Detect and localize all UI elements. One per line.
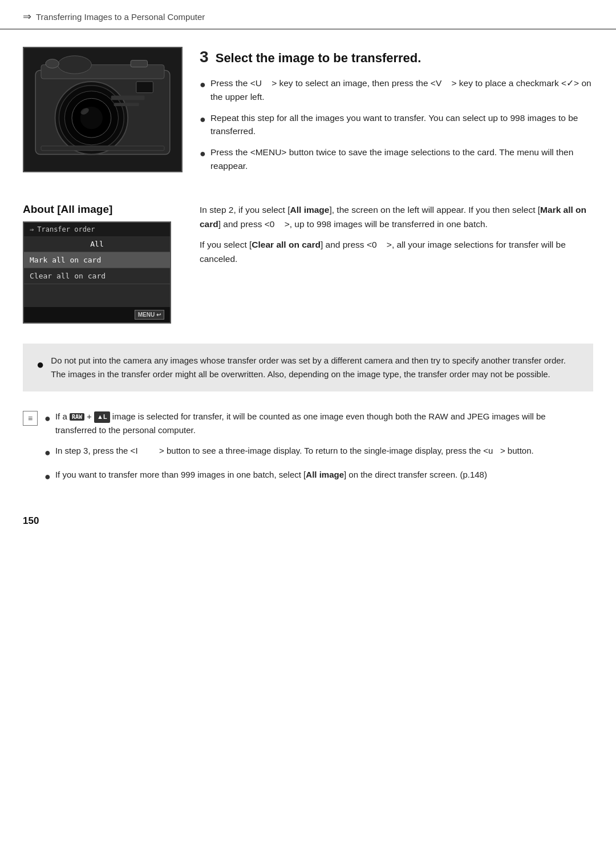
svg-rect-5	[131, 60, 147, 67]
svg-point-4	[46, 59, 59, 68]
header-text: Transferring Images to a Personal Comput…	[36, 12, 205, 22]
camera-image	[23, 47, 183, 172]
bullet-text-1: Press the <U > key to select an image, t…	[210, 76, 593, 103]
note-content: ● If a RAW + ▲L image is selected for tr…	[44, 410, 587, 492]
menu-item-mark: Mark all on card	[24, 252, 170, 268]
warning-box: ● Do not put into the camera any images …	[23, 344, 593, 391]
svg-rect-15	[111, 95, 145, 100]
menu-footer: MENU ↩	[24, 307, 170, 322]
note-bullet-3: ●	[44, 469, 51, 485]
menu-button: MENU ↩	[135, 310, 164, 320]
bullet-dot-2: ●	[200, 112, 206, 127]
menu-item-mark-label: Mark all on card	[30, 256, 101, 264]
warning-text: Do not put into the camera any images wh…	[51, 354, 579, 381]
bullet-item-1: ● Press the <U > key to select an image,…	[200, 76, 593, 103]
transfer-icon: ⇒	[23, 10, 31, 23]
menu-spacer2	[24, 296, 170, 307]
note-bullet-1: ●	[44, 410, 51, 427]
note-text-1: If a RAW + ▲L image is selected for tran…	[55, 410, 587, 437]
step-content: 3 Select the image to be transferred. ● …	[200, 47, 593, 180]
menu-item-clear-label: Clear all on card	[30, 272, 106, 280]
bullet-dot-3: ●	[200, 146, 206, 162]
about-right: In step 2, if you select [All image], th…	[200, 203, 593, 273]
about-desc-1: In step 2, if you select [All image], th…	[200, 203, 593, 232]
menu-header-icon: ⇒	[30, 225, 34, 233]
menu-header: ⇒ Transfer order	[24, 223, 170, 236]
note-bullet-2: ●	[44, 445, 51, 461]
svg-rect-17	[41, 146, 164, 151]
step-title-text: Select the image to be transferred.	[216, 51, 422, 65]
menu-item-all-label: All	[90, 240, 103, 248]
svg-rect-16	[114, 103, 139, 106]
about-left: About [All image] ⇒ Transfer order All M…	[23, 203, 183, 324]
note-item-2: ● In step 3, press the <I > button to se…	[44, 444, 587, 461]
page-number: 150	[0, 510, 616, 538]
bullet-text-3: Press the <MENU> button twice to save th…	[210, 146, 593, 172]
note-text-2: In step 3, press the <I > button to see …	[55, 444, 534, 458]
page-header: ⇒ Transferring Images to a Personal Comp…	[0, 0, 616, 30]
step-title: 3 Select the image to be transferred.	[200, 47, 593, 67]
svg-rect-14	[136, 82, 153, 93]
large-l-badge: ▲L	[94, 411, 110, 423]
about-title: About [All image]	[23, 203, 183, 216]
note-list: ● If a RAW + ▲L image is selected for tr…	[44, 410, 587, 485]
about-desc-2: If you select [Clear all on card] and pr…	[200, 238, 593, 267]
about-section: About [All image] ⇒ Transfer order All M…	[23, 203, 593, 324]
menu-screen: ⇒ Transfer order All Mark all on card Cl…	[23, 221, 171, 324]
step-number: 3	[200, 48, 209, 66]
menu-item-all: All	[24, 236, 170, 252]
svg-point-3	[58, 56, 91, 74]
raw-badge: RAW	[70, 413, 84, 421]
note-item-1: ● If a RAW + ▲L image is selected for tr…	[44, 410, 587, 437]
main-content: 3 Select the image to be transferred. ● …	[0, 47, 616, 497]
bullet-dot-1: ●	[200, 77, 206, 92]
step-section: 3 Select the image to be transferred. ● …	[23, 47, 593, 180]
warning-icon: ●	[37, 354, 44, 374]
bullet-item-2: ● Repeat this step for all the images yo…	[200, 111, 593, 138]
menu-header-text: Transfer order	[37, 225, 95, 233]
note-item-3: ● If you want to transfer more than 999 …	[44, 468, 587, 485]
menu-item-clear: Clear all on card	[24, 268, 170, 284]
note-icon: ≡	[23, 411, 38, 426]
note-text-3: If you want to transfer more than 999 im…	[55, 468, 487, 482]
note-box: ≡ ● If a RAW + ▲L image is selected for …	[23, 404, 593, 498]
bullet-text-2: Repeat this step for all the images you …	[210, 111, 593, 138]
step-bullets: ● Press the <U > key to select an image,…	[200, 76, 593, 172]
menu-spacer	[24, 284, 170, 296]
bullet-item-3: ● Press the <MENU> button twice to save …	[200, 146, 593, 172]
